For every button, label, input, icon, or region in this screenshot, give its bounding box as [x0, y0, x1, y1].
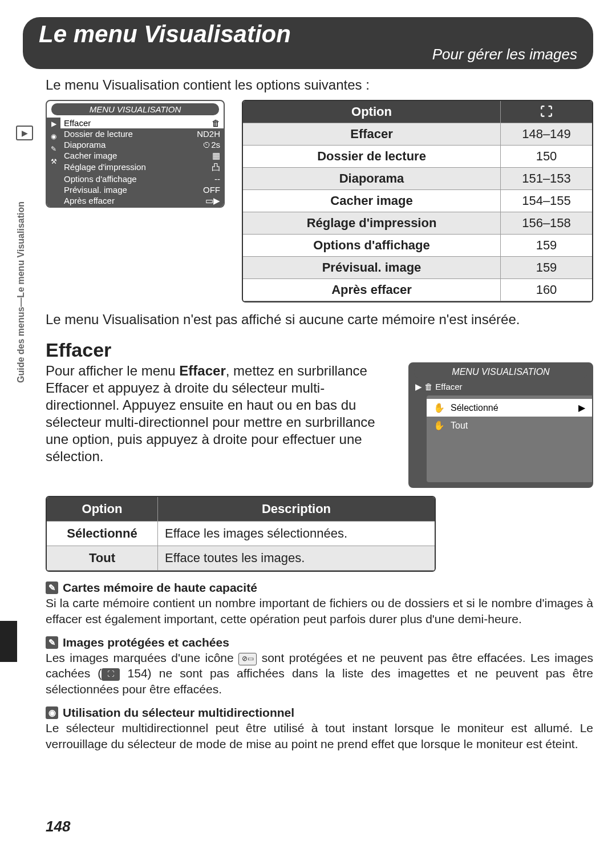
table-header: Option ⛶ — [243, 101, 592, 123]
all-icon: ✋ — [433, 420, 445, 431]
list-item: Cacher image▦ — [60, 150, 224, 161]
list-item: Dossier de lectureND2H — [60, 128, 224, 139]
selected-icon: ✋ — [433, 402, 445, 413]
pencil-icon: ✎ — [46, 636, 58, 649]
protect-icon: ⊘▭ — [238, 653, 257, 665]
list-item: Options d'affichage-- — [60, 173, 224, 184]
table-row: Après effacer160 — [243, 279, 592, 301]
list-item: Diaporama⏲2s — [60, 139, 224, 150]
table-row: Diaporama151–153 — [243, 168, 592, 190]
table-row: Cacher image154–155 — [243, 190, 592, 212]
screenshot-breadcrumb: ▶ 🗑 Effacer — [410, 381, 592, 393]
pencil-icon: ✎ — [46, 582, 58, 594]
table-row: SélectionnéEfface les images sélectionné… — [47, 522, 435, 546]
wrench-icon: ⚒ — [51, 155, 57, 168]
screenshot-title: MENU VISUALISATION — [414, 366, 587, 378]
chapter-header: Le menu Visualisation Pour gérer les ima… — [23, 17, 593, 69]
description-table: Option Description SélectionnéEfface les… — [46, 496, 436, 572]
list-item: Après effacer▭▶ — [60, 195, 224, 207]
list-item: Prévisual. imageOFF — [60, 184, 224, 195]
table-row: Prévisual. image159 — [243, 257, 592, 279]
page-ref-icon: ⛶ — [102, 668, 120, 681]
pencil-icon: ✎ — [51, 143, 56, 155]
screenshot-title: MENU VISUALISATION — [51, 103, 219, 115]
note-high-capacity: ✎Cartes mémoire de haute capacité Si la … — [46, 580, 593, 627]
submenu-item-all: ✋Tout — [427, 417, 592, 434]
table-row: Dossier de lecture150 — [243, 146, 592, 168]
camera-icon: ◉ — [51, 130, 56, 143]
playback-icon: ▶ — [51, 118, 56, 130]
no-card-note: Le menu Visualisation n'est pas affiché … — [46, 312, 593, 328]
col-option: Option — [243, 101, 501, 123]
side-tab: ▶ Guide des menus—Le menu Visualisation — [16, 126, 31, 445]
playback-icon: ▶ — [16, 126, 33, 140]
screenshot-menu-list: Effacer🗑 Dossier de lectureND2H Diaporam… — [60, 118, 224, 207]
submenu-item-selected: ✋Sélectionné▶ — [427, 399, 592, 417]
side-tab-label: Guide des menus—Le menu Visualisation — [16, 144, 26, 441]
camera-menu-screenshot: MENU VISUALISATION ▶ ◉ ✎ ⚒ Effacer🗑 Doss… — [46, 100, 225, 208]
info-icon: ◉ — [46, 706, 58, 719]
chapter-subtitle: Pour gérer les images — [39, 46, 577, 63]
options-table: Option ⛶ Effacer148–149 Dossier de lectu… — [242, 100, 593, 302]
camera-submenu-screenshot: MENU VISUALISATION ▶ 🗑 Effacer ✋Sélectio… — [408, 362, 593, 488]
screenshot-tabs: ▶ ◉ ✎ ⚒ — [47, 118, 60, 207]
section-heading: Effacer — [46, 339, 593, 361]
note-protected-hidden: ✎Images protégées et cachées Les images … — [46, 635, 593, 697]
table-row: Réglage d'impression156–158 — [243, 212, 592, 235]
table-header: Option Description — [47, 497, 435, 522]
note-multiselector: ◉Utilisation du sélecteur multidirection… — [46, 705, 593, 752]
chapter-title: Le menu Visualisation — [39, 21, 577, 48]
table-row: Effacer148–149 — [243, 123, 592, 146]
intro-text: Le menu Visualisation contient les optio… — [46, 77, 593, 93]
chevron-right-icon: ▶ — [578, 402, 585, 413]
table-row: ToutEfface toutes les images. — [47, 546, 435, 571]
page-number: 148 — [46, 818, 70, 835]
thumb-tab — [0, 621, 17, 662]
list-item: Effacer🗑 — [60, 118, 224, 128]
section-body: Pour afficher le menu Effacer, mettez en… — [46, 362, 397, 465]
col-page-icon: ⛶ — [501, 101, 593, 123]
list-item: Réglage d'impression凸 — [60, 161, 224, 173]
table-row: Options d'affichage159 — [243, 235, 592, 257]
